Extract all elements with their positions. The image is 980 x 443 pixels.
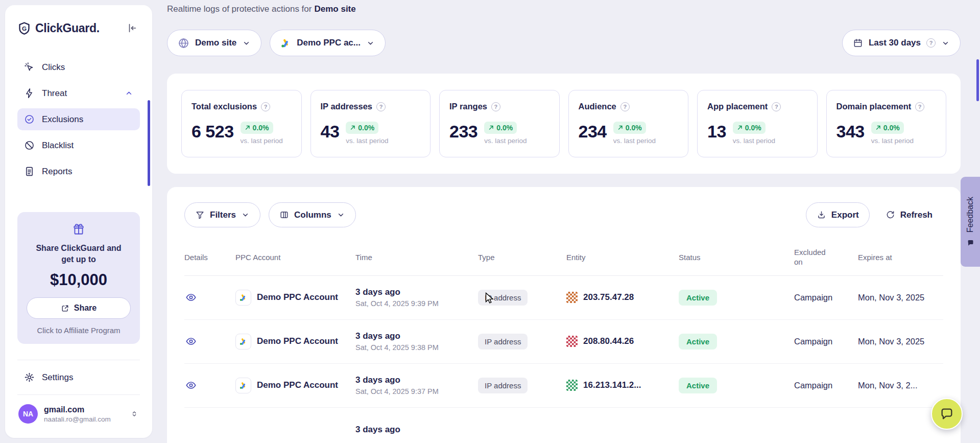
stat-label: IP addresses [321,102,373,111]
stat-value: 43 [321,122,340,142]
stat-card-audience: Audience 234 0.0% vs. last period [568,90,689,157]
type-badge: IP address [478,334,528,349]
stat-value: 234 [579,122,607,142]
share-button[interactable]: Share [27,297,131,319]
main-content: Realtime logs of protective actions forD… [152,0,980,443]
trend-period-label: vs. last period [733,137,775,145]
help-icon[interactable] [772,102,781,111]
trend-badge: 0.0% [484,122,517,134]
excluded-on-value: Campaign [794,381,858,390]
logo-text: ClickGuard. [35,21,100,35]
table-toolbar: Filters Columns Export [184,202,943,227]
table-row: Demo PPC Account 3 days agoSat, Oct 4, 2… [184,364,943,408]
page-scrollbar-thumb[interactable] [976,59,979,101]
calendar-icon [853,38,863,48]
trend-up-icon [875,125,881,131]
trend-up-icon [737,125,743,131]
trend-up-icon [488,125,494,131]
collapse-icon [127,22,138,34]
trend-badge: 0.0% [733,122,766,134]
chevron-down-icon [366,39,375,48]
entity-identicon [566,292,578,303]
help-icon[interactable] [926,38,936,48]
chat-bubble-icon [940,407,954,421]
gift-icon [27,222,131,238]
column-header-entity: Entity [566,253,679,262]
feedback-tab[interactable]: Feedback [961,177,980,267]
clickguard-logo-icon: G [17,21,31,35]
sidebar-item-label: Settings [42,372,73,383]
filters-button[interactable]: Filters [184,202,260,227]
sidebar-nav: Clicks Threat Exclusions Blacklist [17,56,140,182]
sidebar-item-clicks[interactable]: Clicks [17,56,140,78]
entity-identicon [566,336,578,347]
site-selector-dropdown[interactable]: Demo site [167,30,261,56]
export-button-label: Export [831,210,859,220]
external-link-icon [61,304,69,313]
time-relative: 3 days ago [355,287,478,297]
eye-icon [185,336,197,347]
sidebar-item-label: Reports [42,167,73,177]
google-ads-icon [235,290,251,306]
table-row: Demo PPC Account 3 days agoSat, Oct 4, 2… [184,320,943,364]
time-absolute: Sat, Oct 4, 2025 9:39 PM [355,299,478,308]
export-button[interactable]: Export [806,202,870,227]
table-header-row: Details PPC Account Time Type Entity Sta… [184,248,943,276]
ppc-account-name: Demo PPC Account [257,380,338,390]
view-details-button[interactable] [184,291,198,304]
trend-period-label: vs. last period [241,137,283,145]
help-icon[interactable] [491,102,500,111]
view-details-button[interactable] [184,335,198,348]
affiliate-program-link[interactable]: Click to Affiliate Program [27,326,131,335]
help-icon[interactable] [915,102,924,111]
sidebar-item-label: Threat [42,88,67,99]
trend-period-label: vs. last period [346,137,388,145]
excluded-on-value: Campaign [794,337,858,346]
gear-icon [24,372,35,383]
table-row: 3 days ago [184,408,943,443]
trend-badge: 0.0% [613,122,646,134]
ppc-account-name: Demo PPC Account [257,336,338,346]
columns-button[interactable]: Columns [269,202,356,227]
time-relative: 3 days ago [355,425,478,435]
column-header-type: Type [478,253,566,262]
trend-up-icon [245,125,251,131]
divider [17,360,140,360]
stat-value: 233 [449,122,477,142]
trend-up-icon [350,125,356,131]
promo-amount: $10,000 [27,271,131,289]
feedback-chat-icon [967,239,974,247]
entity-value: 203.75.47.28 [583,292,634,302]
sidebar-item-exclusions[interactable]: Exclusions [17,108,140,130]
help-icon[interactable] [261,102,270,111]
help-icon[interactable] [620,102,630,111]
view-details-button[interactable] [184,379,198,392]
chevron-sort-icon [130,409,139,418]
chat-launcher-button[interactable] [931,398,963,430]
sidebar-item-settings[interactable]: Settings [17,366,140,388]
sidebar-item-threat[interactable]: Threat [17,82,140,104]
trend-badge: 0.0% [346,122,378,134]
sidebar-item-reports[interactable]: Reports [17,160,140,182]
refresh-button[interactable]: Refresh [875,202,943,227]
svg-text:G: G [22,25,27,32]
table-row: Demo PPC Account 3 days agoSat, Oct 4, 2… [184,276,943,320]
column-header-expires-at: Expires at [858,253,943,262]
ppc-account-selector-dropdown[interactable]: Demo PPC ac... [270,30,386,56]
sidebar-collapse-button[interactable] [125,20,140,36]
sidebar-item-blacklist[interactable]: Blacklist [17,134,140,156]
sidebar-scrollbar-thumb[interactable] [148,100,150,186]
user-email: naatali.ro@gmail.com [44,415,111,423]
ban-icon [24,140,35,151]
trend-badge: 0.0% [871,122,904,134]
user-menu[interactable]: NA gmail.com naatali.ro@gmail.com [17,401,140,427]
refresh-button-label: Refresh [900,210,933,220]
eye-icon [185,380,197,391]
stat-label: IP ranges [449,102,487,111]
chevron-down-icon [241,211,250,219]
time-relative: 3 days ago [355,331,478,341]
stat-value: 6 523 [192,122,234,142]
date-range-dropdown[interactable]: Last 30 days [842,30,961,56]
help-icon[interactable] [376,102,386,111]
document-icon [24,166,35,177]
